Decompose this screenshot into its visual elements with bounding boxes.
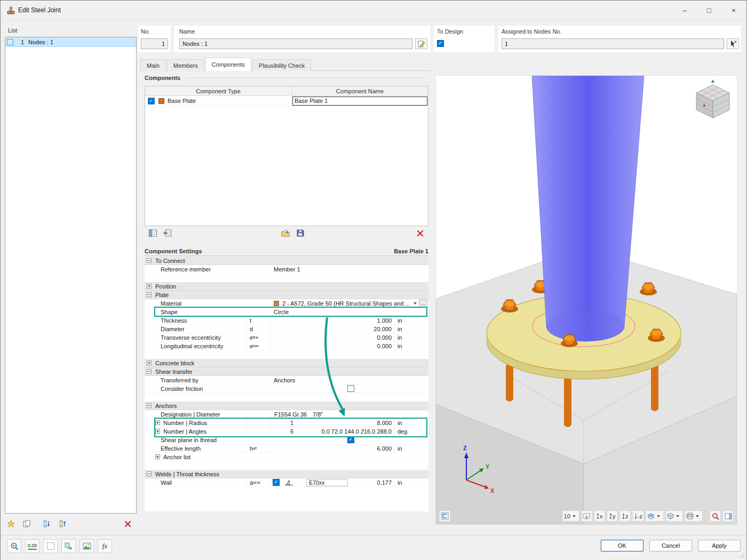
list-item-nodes-1[interactable]: 1 Nodes : 1: [5, 37, 136, 47]
delete-item-button[interactable]: [122, 518, 133, 529]
group-to-connect[interactable]: To Connect: [145, 257, 428, 265]
row-diameter[interactable]: Diameter d 20.000 in: [145, 325, 428, 333]
load-component-button[interactable]: [280, 228, 291, 238]
display-mode-dropdown[interactable]: [665, 510, 683, 522]
compact-numbering-button[interactable]: [57, 518, 69, 529]
group-welds[interactable]: Welds | Throat thickness: [145, 470, 428, 478]
screen-pick-button[interactable]: [581, 510, 592, 522]
collapse-icon[interactable]: [147, 292, 152, 297]
diameter-value[interactable]: 20.000: [374, 326, 394, 332]
chevron-down-icon[interactable]: [414, 302, 417, 305]
row-number-angles[interactable]: Number | Angles 50.0 72.0 144.0 216.0 28…: [145, 427, 428, 436]
copy-item-button[interactable]: [21, 518, 33, 529]
display-settings-button[interactable]: [7, 539, 21, 553]
row-shear-plane-in-thread[interactable]: Shear plane in thread: [145, 436, 428, 444]
to-design-checkbox[interactable]: [437, 40, 444, 47]
longitudinal-eccentricity-value[interactable]: 0.000: [377, 343, 394, 349]
row-anchor-list[interactable]: Anchor list: [145, 453, 428, 461]
electrode-field[interactable]: E70xx: [306, 479, 348, 486]
expand-icon[interactable]: [147, 284, 152, 289]
save-component-button[interactable]: [295, 228, 306, 238]
apply-button[interactable]: Apply: [698, 540, 741, 551]
export-image-button[interactable]: [80, 539, 94, 553]
layers-dropdown[interactable]: [646, 510, 664, 522]
assigned-nodes-field[interactable]: 1: [502, 38, 724, 49]
row-reference-member[interactable]: Reference member Member 1: [145, 265, 428, 274]
reference-member-value[interactable]: Member 1: [270, 266, 300, 273]
material-value[interactable]: 2 - A572, Grade 50 (HR Structural Shapes…: [282, 300, 411, 307]
tab-components[interactable]: Components: [205, 58, 251, 71]
expand-icon[interactable]: [147, 361, 152, 365]
row-transverse-eccentricity[interactable]: Transverse eccentricity etra 0.000 in: [145, 333, 428, 342]
view-minus-z-button[interactable]: -z: [632, 510, 644, 522]
row-consider-friction[interactable]: Consider friction: [145, 385, 428, 393]
color-scheme-button[interactable]: [43, 539, 58, 553]
view-y-button[interactable]: y: [607, 510, 618, 522]
anchor-diameter-value[interactable]: 7/8": [308, 411, 323, 418]
throat-thickness-value[interactable]: 0.177: [377, 479, 394, 486]
viewport-3d-scene[interactable]: Z Y X: [436, 76, 737, 524]
viewport-options-button[interactable]: [439, 510, 450, 522]
row-thickness[interactable]: Thickness t 1.000 in: [145, 316, 428, 325]
tab-plausibility-check[interactable]: Plausibility Check: [252, 59, 311, 71]
anchor-designation-value[interactable]: F1554 Gr.36: [270, 411, 308, 418]
component-row-base-plate[interactable]: Base Plate Base Plate 1: [145, 96, 428, 106]
row-transferred-by[interactable]: Transferred by Anchors: [145, 376, 428, 385]
row-material[interactable]: Material 2 - A572, Grade 50 (HR Structur…: [145, 299, 428, 308]
zoom-button[interactable]: [710, 510, 721, 522]
print-dropdown[interactable]: [685, 510, 703, 522]
effective-length-value[interactable]: 6.000: [377, 445, 394, 452]
transfer-parameters-button[interactable]: [61, 539, 76, 553]
insert-component-button[interactable]: [161, 228, 173, 238]
renumber-button[interactable]: [41, 518, 53, 529]
expand-icon[interactable]: [155, 454, 160, 459]
anchor-radius-value[interactable]: 8.000: [377, 420, 394, 426]
thickness-value[interactable]: 1.000: [377, 317, 394, 324]
expand-icon[interactable]: [155, 420, 160, 425]
scale-dropdown[interactable]: 10: [562, 510, 579, 522]
panel-toggle-button[interactable]: [722, 510, 734, 522]
expand-icon[interactable]: [155, 429, 160, 434]
maximize-button[interactable]: □: [697, 1, 721, 19]
ok-button[interactable]: OK: [601, 540, 643, 551]
angle-count-value[interactable]: 5: [271, 428, 313, 435]
shear-plane-checkbox[interactable]: [347, 436, 354, 443]
row-designation-diameter[interactable]: Designation | Diameter F1554 Gr.36 7/8": [145, 410, 428, 419]
component-name-field[interactable]: Base Plate 1: [292, 97, 427, 106]
new-item-button[interactable]: [5, 518, 17, 529]
resize-grip[interactable]: [740, 553, 745, 558]
row-effective-length[interactable]: Effective length hef 6.000 in: [145, 444, 428, 453]
row-number-radius[interactable]: Number | Radius 18.000 in: [145, 419, 428, 427]
decimal-places-button[interactable]: 0,00: [25, 539, 39, 553]
group-anchors[interactable]: Anchors: [145, 402, 428, 410]
collapse-icon[interactable]: [147, 369, 152, 374]
navigation-cube[interactable]: [696, 79, 729, 118]
wall-weld-checkbox[interactable]: [273, 479, 280, 486]
transferred-by-value[interactable]: Anchors: [270, 377, 295, 383]
anchor-angles-value[interactable]: 0.0 72.0 144.0 216.0 288.0: [321, 428, 394, 435]
view-z-button[interactable]: z: [619, 510, 631, 522]
group-position[interactable]: Position: [145, 282, 428, 291]
collapse-icon[interactable]: [147, 403, 152, 408]
joint-list[interactable]: 1 Nodes : 1: [5, 37, 137, 514]
select-nodes-button[interactable]: [727, 38, 739, 49]
minimize-button[interactable]: –: [672, 1, 697, 19]
edit-name-button[interactable]: [415, 38, 427, 49]
group-plate[interactable]: Plate: [145, 291, 428, 299]
title-bar[interactable]: Edit Steel Joint – □ ×: [1, 1, 746, 20]
consider-friction-checkbox[interactable]: [347, 385, 354, 392]
viewport-3d[interactable]: Z Y X 10 x y z -z: [435, 75, 737, 525]
group-concrete-block[interactable]: Concrete block: [145, 359, 428, 367]
close-button[interactable]: ×: [721, 1, 746, 19]
group-shear-transfer[interactable]: Shear transfer: [145, 367, 428, 376]
row-shape[interactable]: Shape Circle: [145, 308, 428, 316]
shape-value[interactable]: Circle: [270, 309, 289, 315]
tab-members[interactable]: Members: [167, 59, 204, 71]
transverse-eccentricity-value[interactable]: 0.000: [377, 334, 394, 341]
row-longitudinal-eccentricity[interactable]: Longitudinal eccentricity elon 0.000 in: [145, 342, 428, 350]
delete-component-button[interactable]: [414, 228, 426, 238]
collapse-icon[interactable]: [147, 258, 152, 263]
formula-button[interactable]: fx: [98, 539, 112, 553]
add-component-button[interactable]: [147, 228, 158, 238]
view-x-button[interactable]: x: [594, 510, 605, 522]
